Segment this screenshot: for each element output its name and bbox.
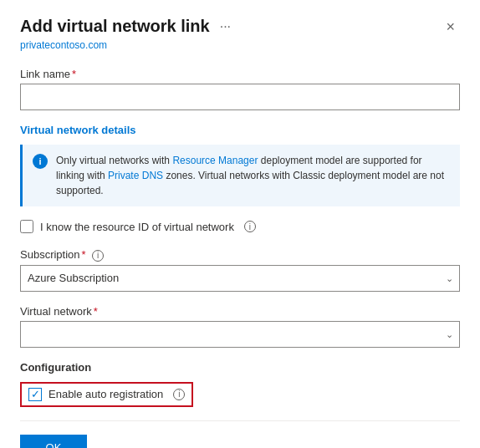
dialog-header: Add virtual network link ··· × (20, 17, 460, 36)
link-name-group: Link name* (20, 68, 460, 110)
close-button[interactable]: × (441, 18, 460, 36)
subscription-select[interactable]: Azure Subscription (20, 265, 460, 292)
ok-button[interactable]: OK (20, 435, 87, 448)
subscription-group: Subscription* i Azure Subscription ⌄ (20, 248, 460, 292)
link-name-input[interactable] (20, 84, 460, 110)
subscription-select-wrapper: Azure Subscription ⌄ (20, 265, 460, 292)
resource-manager-link[interactable]: Resource Manager (172, 155, 258, 166)
auto-registration-label: Enable auto registration (49, 388, 163, 400)
auto-registration-info-icon[interactable]: i (173, 389, 185, 400)
dialog-title-row: Add virtual network link ··· (20, 17, 234, 36)
virtual-network-label: Virtual network* (20, 305, 460, 318)
virtual-network-group: Virtual network* ⌄ (20, 305, 460, 348)
footer-divider (20, 420, 460, 421)
info-text: Only virtual networks with Resource Mana… (56, 153, 450, 198)
info-box: i Only virtual networks with Resource Ma… (20, 145, 460, 206)
dialog-subtitle: privatecontoso.com (20, 39, 460, 51)
private-dns-link[interactable]: Private DNS (108, 170, 163, 181)
resource-id-label[interactable]: I know the resource ID of virtual networ… (40, 221, 234, 233)
ellipsis-button[interactable]: ··· (217, 18, 234, 35)
resource-id-info-icon[interactable]: i (244, 221, 256, 232)
subscription-info-icon[interactable]: i (92, 250, 104, 262)
info-icon: i (33, 154, 48, 169)
configuration-heading: Configuration (20, 361, 460, 374)
virtual-network-select-wrapper: ⌄ (20, 321, 460, 348)
subscription-label: Subscription* i (20, 248, 460, 262)
add-virtual-network-link-dialog: Add virtual network link ··· × privateco… (0, 0, 480, 448)
resource-id-checkbox-row: I know the resource ID of virtual networ… (20, 220, 460, 233)
auto-registration-checkbox[interactable]: ✓ (28, 388, 42, 401)
configuration-section: Configuration ✓ Enable auto registration… (20, 361, 460, 407)
checkmark-icon: ✓ (31, 389, 40, 400)
virtual-network-select[interactable] (20, 321, 460, 348)
virtual-network-details-heading: Virtual network details (20, 124, 460, 136)
link-name-label: Link name* (20, 68, 460, 80)
dialog-title: Add virtual network link (20, 17, 210, 36)
auto-registration-row: ✓ Enable auto registration i (20, 382, 193, 407)
resource-id-checkbox[interactable] (20, 220, 33, 233)
